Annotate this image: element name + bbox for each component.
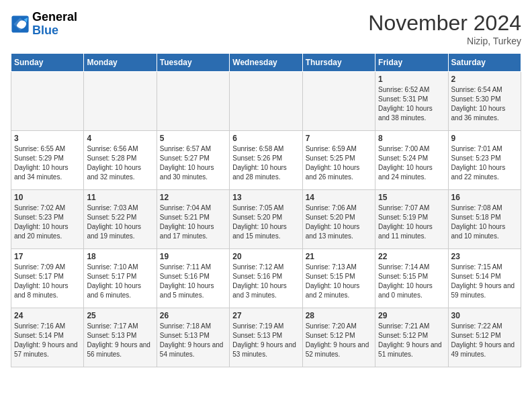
logo: General Blue bbox=[11, 11, 77, 38]
calendar-cell: 25Sunrise: 7:17 AM Sunset: 5:13 PM Dayli… bbox=[84, 308, 157, 367]
day-number: 6 bbox=[232, 134, 299, 143]
calendar-cell: 20Sunrise: 7:12 AM Sunset: 5:16 PM Dayli… bbox=[230, 249, 302, 308]
day-info: Sunrise: 7:14 AM Sunset: 5:15 PM Dayligh… bbox=[378, 263, 445, 300]
calendar-cell: 16Sunrise: 7:08 AM Sunset: 5:18 PM Dayli… bbox=[448, 190, 521, 249]
logo-icon bbox=[11, 15, 30, 34]
day-number: 29 bbox=[378, 311, 445, 320]
day-number: 23 bbox=[451, 252, 518, 261]
day-number: 4 bbox=[87, 134, 153, 143]
day-number: 25 bbox=[87, 311, 153, 320]
calendar-week-1: 1Sunrise: 6:52 AM Sunset: 5:31 PM Daylig… bbox=[11, 72, 521, 131]
title-area: November 2024 Nizip, Turkey bbox=[368, 11, 521, 46]
calendar-cell: 7Sunrise: 6:59 AM Sunset: 5:25 PM Daylig… bbox=[302, 131, 375, 190]
day-info: Sunrise: 7:12 AM Sunset: 5:16 PM Dayligh… bbox=[232, 263, 299, 300]
day-number: 1 bbox=[378, 75, 445, 84]
calendar-body: 1Sunrise: 6:52 AM Sunset: 5:31 PM Daylig… bbox=[11, 72, 521, 367]
day-info: Sunrise: 7:07 AM Sunset: 5:19 PM Dayligh… bbox=[378, 203, 445, 241]
calendar-cell bbox=[11, 72, 84, 131]
day-number: 19 bbox=[160, 252, 226, 261]
day-info: Sunrise: 7:15 AM Sunset: 5:14 PM Dayligh… bbox=[451, 263, 518, 300]
calendar-cell bbox=[302, 72, 375, 131]
calendar-table: SundayMondayTuesdayWednesdayThursdayFrid… bbox=[11, 53, 521, 367]
weekday-header-tuesday: Tuesday bbox=[157, 54, 229, 72]
logo-line1: General bbox=[32, 11, 77, 24]
day-info: Sunrise: 7:20 AM Sunset: 5:12 PM Dayligh… bbox=[306, 322, 372, 359]
day-number: 21 bbox=[306, 252, 372, 261]
calendar-cell: 18Sunrise: 7:10 AM Sunset: 5:17 PM Dayli… bbox=[84, 249, 157, 308]
weekday-header-thursday: Thursday bbox=[302, 54, 375, 72]
day-number: 11 bbox=[87, 193, 153, 202]
day-number: 27 bbox=[232, 311, 299, 320]
day-info: Sunrise: 6:58 AM Sunset: 5:26 PM Dayligh… bbox=[232, 144, 299, 182]
calendar-cell: 29Sunrise: 7:21 AM Sunset: 5:12 PM Dayli… bbox=[375, 308, 448, 367]
calendar-cell: 27Sunrise: 7:19 AM Sunset: 5:13 PM Dayli… bbox=[230, 308, 302, 367]
calendar-cell bbox=[157, 72, 229, 131]
calendar-cell: 30Sunrise: 7:22 AM Sunset: 5:12 PM Dayli… bbox=[448, 308, 521, 367]
day-number: 8 bbox=[378, 134, 445, 143]
day-info: Sunrise: 7:18 AM Sunset: 5:13 PM Dayligh… bbox=[160, 322, 226, 359]
calendar-cell: 10Sunrise: 7:02 AM Sunset: 5:23 PM Dayli… bbox=[11, 190, 84, 249]
day-info: Sunrise: 6:59 AM Sunset: 5:25 PM Dayligh… bbox=[306, 144, 372, 182]
calendar-cell: 8Sunrise: 7:00 AM Sunset: 5:24 PM Daylig… bbox=[375, 131, 448, 190]
day-info: Sunrise: 7:05 AM Sunset: 5:20 PM Dayligh… bbox=[232, 203, 299, 241]
month-title: November 2024 bbox=[368, 11, 521, 36]
calendar-cell: 3Sunrise: 6:55 AM Sunset: 5:29 PM Daylig… bbox=[11, 131, 84, 190]
calendar-week-2: 3Sunrise: 6:55 AM Sunset: 5:29 PM Daylig… bbox=[11, 131, 521, 190]
day-info: Sunrise: 7:17 AM Sunset: 5:13 PM Dayligh… bbox=[87, 322, 153, 359]
day-number: 13 bbox=[232, 193, 299, 202]
weekday-header-saturday: Saturday bbox=[448, 54, 521, 72]
day-number: 10 bbox=[14, 193, 81, 202]
day-info: Sunrise: 7:10 AM Sunset: 5:17 PM Dayligh… bbox=[87, 263, 153, 300]
location: Nizip, Turkey bbox=[368, 36, 521, 46]
day-info: Sunrise: 7:09 AM Sunset: 5:17 PM Dayligh… bbox=[14, 263, 81, 300]
calendar-week-3: 10Sunrise: 7:02 AM Sunset: 5:23 PM Dayli… bbox=[11, 190, 521, 249]
day-number: 16 bbox=[451, 193, 518, 202]
day-number: 14 bbox=[306, 193, 372, 202]
day-number: 15 bbox=[378, 193, 445, 202]
day-number: 24 bbox=[14, 311, 81, 320]
day-info: Sunrise: 7:21 AM Sunset: 5:12 PM Dayligh… bbox=[378, 322, 445, 359]
day-number: 2 bbox=[451, 75, 518, 84]
day-number: 30 bbox=[451, 311, 518, 320]
day-number: 20 bbox=[232, 252, 299, 261]
calendar-cell: 11Sunrise: 7:03 AM Sunset: 5:22 PM Dayli… bbox=[84, 190, 157, 249]
day-info: Sunrise: 6:54 AM Sunset: 5:30 PM Dayligh… bbox=[451, 85, 518, 123]
weekday-header-friday: Friday bbox=[375, 54, 448, 72]
calendar-week-5: 24Sunrise: 7:16 AM Sunset: 5:14 PM Dayli… bbox=[11, 308, 521, 367]
day-info: Sunrise: 7:19 AM Sunset: 5:13 PM Dayligh… bbox=[232, 322, 299, 359]
day-number: 18 bbox=[87, 252, 153, 261]
weekday-header-row: SundayMondayTuesdayWednesdayThursdayFrid… bbox=[11, 54, 521, 72]
day-number: 9 bbox=[451, 134, 518, 143]
calendar-cell bbox=[230, 72, 302, 131]
calendar-cell: 28Sunrise: 7:20 AM Sunset: 5:12 PM Dayli… bbox=[302, 308, 375, 367]
day-number: 22 bbox=[378, 252, 445, 261]
day-info: Sunrise: 7:16 AM Sunset: 5:14 PM Dayligh… bbox=[14, 322, 81, 359]
day-number: 17 bbox=[14, 252, 81, 261]
calendar-cell: 12Sunrise: 7:04 AM Sunset: 5:21 PM Dayli… bbox=[157, 190, 229, 249]
day-info: Sunrise: 6:52 AM Sunset: 5:31 PM Dayligh… bbox=[378, 85, 445, 123]
logo-line2: Blue bbox=[32, 24, 77, 38]
calendar-cell: 22Sunrise: 7:14 AM Sunset: 5:15 PM Dayli… bbox=[375, 249, 448, 308]
calendar-cell: 26Sunrise: 7:18 AM Sunset: 5:13 PM Dayli… bbox=[157, 308, 229, 367]
calendar-cell: 15Sunrise: 7:07 AM Sunset: 5:19 PM Dayli… bbox=[375, 190, 448, 249]
calendar-cell: 21Sunrise: 7:13 AM Sunset: 5:15 PM Dayli… bbox=[302, 249, 375, 308]
calendar-cell: 23Sunrise: 7:15 AM Sunset: 5:14 PM Dayli… bbox=[448, 249, 521, 308]
day-info: Sunrise: 6:57 AM Sunset: 5:27 PM Dayligh… bbox=[160, 144, 226, 182]
calendar-week-4: 17Sunrise: 7:09 AM Sunset: 5:17 PM Dayli… bbox=[11, 249, 521, 308]
day-info: Sunrise: 7:01 AM Sunset: 5:23 PM Dayligh… bbox=[451, 144, 518, 182]
day-number: 26 bbox=[160, 311, 226, 320]
day-info: Sunrise: 7:08 AM Sunset: 5:18 PM Dayligh… bbox=[451, 203, 518, 241]
day-info: Sunrise: 7:02 AM Sunset: 5:23 PM Dayligh… bbox=[14, 203, 81, 241]
calendar-cell: 2Sunrise: 6:54 AM Sunset: 5:30 PM Daylig… bbox=[448, 72, 521, 131]
calendar-cell: 13Sunrise: 7:05 AM Sunset: 5:20 PM Dayli… bbox=[230, 190, 302, 249]
day-number: 7 bbox=[306, 134, 372, 143]
calendar-cell: 17Sunrise: 7:09 AM Sunset: 5:17 PM Dayli… bbox=[11, 249, 84, 308]
weekday-header-wednesday: Wednesday bbox=[230, 54, 302, 72]
day-number: 5 bbox=[160, 134, 226, 143]
calendar-cell: 14Sunrise: 7:06 AM Sunset: 5:20 PM Dayli… bbox=[302, 190, 375, 249]
day-info: Sunrise: 6:56 AM Sunset: 5:28 PM Dayligh… bbox=[87, 144, 153, 182]
day-info: Sunrise: 7:06 AM Sunset: 5:20 PM Dayligh… bbox=[306, 203, 372, 241]
calendar-cell: 5Sunrise: 6:57 AM Sunset: 5:27 PM Daylig… bbox=[157, 131, 229, 190]
calendar-cell: 24Sunrise: 7:16 AM Sunset: 5:14 PM Dayli… bbox=[11, 308, 84, 367]
day-info: Sunrise: 7:22 AM Sunset: 5:12 PM Dayligh… bbox=[451, 322, 518, 359]
